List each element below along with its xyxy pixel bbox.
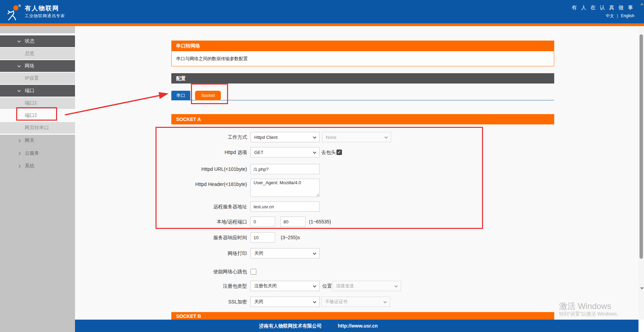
lang-zh-link[interactable]: 中文 [606,13,614,18]
response-time-input[interactable] [250,232,275,243]
tab-underline [171,100,554,100]
sidebar-group-status[interactable]: 状态 [0,35,75,47]
httpd-header-label: Httpd Header(<181byte) [148,179,247,189]
page-title-bar: 串口转网络 [171,41,554,51]
windows-activation-title: 激活 Windows [559,301,611,312]
scrollbar-up-arrow[interactable] [640,3,644,5]
httpd-option-label: Httpd 选项 [148,147,247,157]
reg-packet-label: 注册包类型 [148,281,247,291]
scrollbar-down-arrow[interactable] [640,287,644,290]
sidebar-group-label: 端口 [25,88,34,94]
sidebar-item-label: 端口1 [25,100,37,106]
sidebar-item-label: 端口2 [25,112,37,119]
net-print-value: 关闭 [254,250,263,256]
chevron-down-icon [18,64,21,67]
ports-label: 本地/远程端口 [148,217,247,227]
select-arrow-icon [313,252,316,255]
work-mode-label: 工作方式 [148,132,247,142]
net-print-select[interactable]: 关闭 [250,248,320,258]
ssl-select[interactable]: 关闭 [250,297,320,307]
sidebar-group-label: 状态 [25,38,34,44]
httpd-url-label: Httpd URL(<101byte) [148,164,247,174]
select-arrow-icon [395,284,398,288]
reg-packet-pos-select: 连接发送 [332,281,401,291]
select-arrow-icon [313,151,316,154]
chevron-down-icon [18,89,21,92]
usr-logo-icon: R [6,4,23,21]
footer-company: 济南有人物联网技术有限公司 [259,320,322,332]
page-description-box: 串口与网络之间的数据传输参数配置 [171,51,554,66]
top-header [0,0,644,23]
ports-range-hint: (1~65535) [309,217,331,227]
reg-packet-value: 注册包关闭 [254,283,277,289]
tab-socket[interactable]: Socket [195,91,221,100]
language-switcher: 中文 | English [606,13,634,19]
windows-activation-subtitle: 转到“设置”以激活 Windows。 [559,311,622,317]
work-mode-select[interactable]: Httpd Client [250,132,320,142]
chevron-right-icon [18,164,21,168]
sidebar-group-label: 网关 [25,137,34,144]
local-port-input[interactable] [250,217,275,227]
lang-en-link[interactable]: English [621,13,634,18]
response-time-hint: (3~255)s [281,232,300,243]
sidebar-group-cloud[interactable]: 云服务 [0,147,75,159]
lang-separator: | [617,13,618,18]
svg-text:R: R [19,5,20,7]
sidebar-group-system[interactable]: 系统 [0,160,75,172]
footer-url-link[interactable]: http://www.usr.cn [338,320,378,332]
ssl-label: SSL加密 [148,297,247,307]
sidebar-group-network[interactable]: 网络 [0,60,75,72]
select-arrow-icon [313,284,316,288]
response-time-label: 服务器响应时间 [148,232,247,243]
sidebar-item-label: 总览 [25,51,34,57]
sidebar: 状态 总览 网络 IP设置 端口 端口1 端口2 网页转串口 网关 [0,26,75,332]
sidebar-item-web-to-serial[interactable]: 网页转串口 [0,122,75,134]
header-slogan: 有 人 在 认 真 做 事 [572,4,634,11]
strip-header-label: 去包头 [321,147,336,157]
scrollbar-thumb[interactable] [640,34,643,259]
sidebar-group-gateway[interactable]: 网关 [0,134,75,147]
config-section-title: 配置 [176,76,186,81]
httpd-header-textarea[interactable]: User_Agent: Mozilla/4.0 [250,179,320,197]
sidebar-group-label: 系统 [25,163,34,169]
work-mode-aux-value: None [326,135,336,140]
sidebar-group-label: 网络 [25,63,34,69]
select-arrow-icon [384,300,387,303]
sidebar-group-port[interactable]: 端口 [0,85,75,97]
remote-server-label: 远程服务器地址 [148,201,247,212]
sidebar-item-port2[interactable]: 端口2 [0,110,75,121]
httpd-option-select[interactable]: GET [250,147,320,157]
sidebar-item-label: IP设置 [25,75,39,81]
strip-header-checkbox[interactable]: ✓ [336,150,342,155]
socket-a-title: SOCKET A [176,117,201,122]
ssl-value: 关闭 [254,299,263,305]
sidebar-item-ip-settings[interactable]: IP设置 [0,73,75,84]
sidebar-item-overview[interactable]: 总览 [0,48,75,59]
chevron-down-icon [18,39,21,43]
chevron-right-icon [18,152,21,155]
sidebar-group-label: 云服务 [25,150,39,156]
select-arrow-icon [313,300,316,303]
ssl-verify-value: 不验证证书 [325,299,347,305]
header-accent-stripe [0,23,644,26]
scrollbar-track[interactable] [638,26,644,320]
socket-a-bar: SOCKET A [171,114,554,124]
socket-b-bar: SOCKET B [171,312,554,320]
footer-bar: 济南有人物联网技术有限公司 http://www.usr.cn [75,320,638,332]
remote-port-input[interactable] [280,217,305,227]
chevron-right-icon [18,139,21,142]
httpd-url-input[interactable] [250,164,320,174]
socket-b-title: SOCKET B [176,313,201,319]
heartbeat-checkbox[interactable] [250,269,256,275]
ssl-verify-select: 不验证证书 [321,297,390,307]
work-mode-aux-select: None [322,132,391,142]
remote-server-input[interactable] [250,201,320,212]
tab-serial[interactable]: 串口 [171,91,190,100]
page-title: 串口转网络 [176,43,200,48]
work-mode-value: Httpd Client [254,135,278,140]
httpd-option-value: GET [254,150,264,155]
app-window: R 有人物联网 工业物联网通讯专家 有 人 在 认 真 做 事 中文 | Eng… [0,0,644,332]
sidebar-item-port1[interactable]: 端口1 [0,97,75,109]
reg-packet-select[interactable]: 注册包关闭 [250,281,320,291]
heartbeat-label: 使能网络心跳包 [148,266,247,277]
